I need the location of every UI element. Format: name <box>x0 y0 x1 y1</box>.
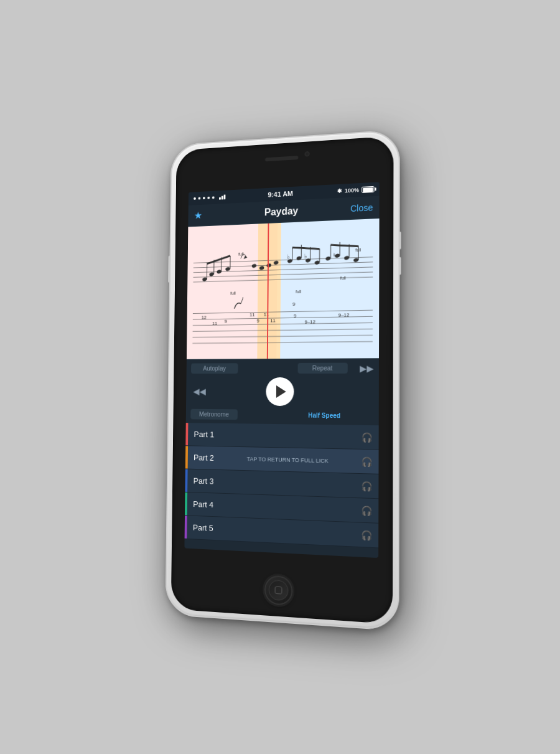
part3-color-indicator <box>185 469 187 491</box>
home-button-square-icon <box>275 586 282 594</box>
signal-dot-3 <box>203 197 205 199</box>
fast-forward-button[interactable]: ▶▶ <box>360 362 374 372</box>
svg-point-19 <box>225 266 231 271</box>
wifi-icon <box>219 194 225 199</box>
svg-text:full: full <box>238 252 244 256</box>
svg-text:11: 11 <box>270 318 276 323</box>
svg-point-36 <box>343 255 349 260</box>
svg-text:9: 9 <box>294 313 296 319</box>
parts-list: Part 1 🎧 Part 2 TAP TO RETURN TO FULL LI… <box>184 423 378 558</box>
svg-text:9: 9 <box>225 318 227 324</box>
svg-point-26 <box>251 263 257 268</box>
volume-down-button[interactable] <box>398 257 401 275</box>
svg-text:full: full <box>230 291 236 295</box>
svg-line-9 <box>192 335 372 337</box>
half-speed-button[interactable]: Half Speed <box>303 410 345 421</box>
svg-point-34 <box>325 256 331 261</box>
svg-line-50 <box>330 243 358 247</box>
phone-device: 9:41 AM ✱ 100% ★ Payday Close <box>165 129 400 631</box>
volume-up-button[interactable] <box>398 231 401 249</box>
part5-label: Part 5 <box>193 522 361 539</box>
part-item-1[interactable]: Part 1 🎧 <box>185 423 378 450</box>
svg-text:full: full <box>296 289 301 293</box>
playback-controls: Autoplay Repeat ▶▶ ◀◀ Metronome <box>186 358 379 425</box>
svg-text:♭: ♭ <box>304 252 307 259</box>
part1-label: Part 1 <box>194 430 361 442</box>
svg-text:9–12: 9–12 <box>338 312 350 318</box>
battery-fill <box>363 187 373 192</box>
svg-text:♭: ♭ <box>287 253 290 260</box>
song-title: Payday <box>264 205 299 217</box>
svg-text:11: 11 <box>212 321 217 326</box>
svg-point-37 <box>353 257 358 262</box>
part4-headphone-icon[interactable]: 🎧 <box>361 505 372 516</box>
favorite-star-icon[interactable]: ★ <box>194 209 202 221</box>
svg-text:full: full <box>340 275 346 280</box>
svg-line-7 <box>193 323 373 325</box>
phone-screen: 9:41 AM ✱ 100% ★ Payday Close <box>184 182 379 558</box>
metronome-button[interactable]: Metronome <box>190 408 238 420</box>
svg-line-10 <box>192 341 373 343</box>
signal-dot-4 <box>207 196 210 199</box>
part2-color-indicator <box>185 446 188 468</box>
close-button[interactable]: Close <box>350 202 373 213</box>
bluetooth-icon: ✱ <box>337 187 342 194</box>
signal-dot-2 <box>198 197 201 199</box>
svg-point-17 <box>209 271 215 276</box>
signal-dot-5 <box>212 196 215 199</box>
svg-point-29 <box>273 260 279 265</box>
svg-point-16 <box>202 276 208 281</box>
rewind-button[interactable]: ◀◀ <box>191 384 208 398</box>
part3-headphone-icon[interactable]: 🎧 <box>361 480 372 491</box>
phone-bezel: 9:41 AM ✱ 100% ★ Payday Close <box>171 136 394 624</box>
play-icon <box>276 385 286 397</box>
svg-point-27 <box>259 265 264 270</box>
svg-text:11: 11 <box>250 312 254 318</box>
battery-percent: 100% <box>345 187 359 194</box>
svg-line-49 <box>292 246 320 250</box>
repeat-button[interactable]: Repeat <box>297 362 347 373</box>
svg-text:12: 12 <box>202 314 207 320</box>
battery-area: ✱ 100% <box>337 186 375 194</box>
svg-line-8 <box>193 329 373 331</box>
autoplay-button[interactable]: Autoplay <box>191 363 238 374</box>
signal-dot-1 <box>194 197 196 199</box>
part1-color-indicator <box>185 423 188 445</box>
music-notation-svg: full full full full full <box>187 218 380 359</box>
part1-headphone-icon[interactable]: 🎧 <box>362 431 373 442</box>
svg-text:♮: ♮ <box>333 251 335 258</box>
svg-point-18 <box>217 269 222 274</box>
signal-area <box>193 194 225 202</box>
home-button-inner <box>269 579 289 601</box>
svg-marker-25 <box>244 255 248 258</box>
status-time: 9:41 AM <box>268 189 293 198</box>
part2-label: Part 2 <box>194 453 247 463</box>
home-button[interactable] <box>264 575 293 606</box>
part4-color-indicator <box>185 492 187 515</box>
part5-color-indicator <box>185 516 187 539</box>
power-button[interactable] <box>168 255 170 282</box>
part2-headphone-icon[interactable]: 🎧 <box>362 456 373 466</box>
part3-label: Part 3 <box>194 476 362 490</box>
svg-text:9–12: 9–12 <box>304 319 315 325</box>
front-camera <box>305 151 310 156</box>
play-button[interactable] <box>266 377 294 406</box>
sheet-music-area[interactable]: full full full full full <box>187 218 380 359</box>
svg-text:9: 9 <box>292 301 295 306</box>
svg-text:9: 9 <box>256 318 259 324</box>
part2-tap-text: TAP TO RETURN TO FULL LICK <box>247 455 359 464</box>
svg-line-1 <box>194 262 373 267</box>
battery-icon <box>362 186 374 192</box>
part4-label: Part 4 <box>193 499 361 515</box>
part5-headphone-icon[interactable]: 🎧 <box>361 529 372 540</box>
earpiece-speaker <box>265 156 298 161</box>
